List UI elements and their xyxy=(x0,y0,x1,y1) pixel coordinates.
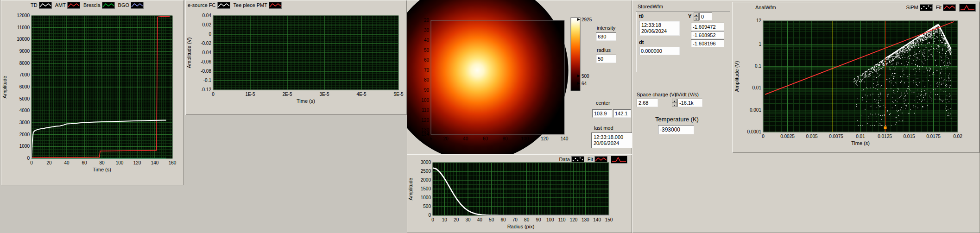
legend-label: SiPM xyxy=(906,5,918,10)
legend-item-bgo[interactable]: BGO xyxy=(118,2,144,9)
analwfm-chart[interactable]: 0.00010.0010.010.111200.00250.0050.00750… xyxy=(732,2,980,153)
scatter-sample-icon xyxy=(920,4,933,11)
line-sample-icon xyxy=(943,4,956,11)
graph-palette-icon[interactable] xyxy=(959,4,976,12)
svg-text:-0.04: -0.04 xyxy=(201,50,211,55)
svg-text:40: 40 xyxy=(463,136,468,141)
legend-item-sipm[interactable]: SiPM xyxy=(906,4,932,11)
line-sample-icon xyxy=(67,2,80,9)
svg-text:5E-5: 5E-5 xyxy=(393,92,404,97)
space-charge-label: Space charge (V) xyxy=(637,92,677,97)
center-y-input[interactable]: 142.1 xyxy=(613,109,631,118)
svg-text:5: 5 xyxy=(430,136,432,141)
spinner-up-icon[interactable]: ▲ xyxy=(672,99,677,103)
svg-text:20: 20 xyxy=(46,160,52,165)
analwfm-legend: SiPMFit xyxy=(906,4,976,11)
svg-text:0: 0 xyxy=(30,160,33,165)
legend-item-fit[interactable]: Fit xyxy=(936,4,956,11)
center-x-input[interactable]: 103.9 xyxy=(592,109,612,118)
x-axis-label: Time (s) xyxy=(297,98,315,104)
svg-text:3E-5: 3E-5 xyxy=(319,92,329,97)
legend-label: e-source FC xyxy=(188,2,216,8)
dvdt-input[interactable]: -16.1k xyxy=(677,99,702,107)
color-scale[interactable] xyxy=(571,18,580,91)
temperature-input[interactable]: -393000 xyxy=(658,125,694,134)
svg-text:40: 40 xyxy=(64,160,70,165)
intensity-graph[interactable]: 2030405060708090100110120130134520406080… xyxy=(407,0,632,154)
legend-label: Brescia xyxy=(83,2,101,8)
radius-input[interactable]: 50 xyxy=(596,55,616,63)
svg-text:140: 140 xyxy=(593,217,601,222)
y-axis-label: Amplitude xyxy=(2,76,7,99)
pmt-chart-panel: e-source FCTee piece PMT -0.12-0.1-0.08-… xyxy=(185,0,407,115)
y-axis-label: Amplitude xyxy=(408,178,413,201)
svg-text:0: 0 xyxy=(428,213,431,218)
svg-text:134: 134 xyxy=(421,132,429,137)
space-charge-input[interactable]: 2.68 xyxy=(637,99,658,107)
legend-item-td[interactable]: TD xyxy=(31,2,52,9)
svg-text:2E-5: 2E-5 xyxy=(282,92,292,97)
svg-text:0.01: 0.01 xyxy=(856,134,865,139)
strip-chart[interactable]: 0100020003000400050006000700080009000100… xyxy=(1,9,183,184)
svg-text:-0.02: -0.02 xyxy=(201,41,211,46)
analwfm-graph-panel: 0.00010.0010.010.111200.00250.0050.00750… xyxy=(732,2,980,153)
cursor-marker[interactable] xyxy=(884,126,887,129)
svg-text:7000: 7000 xyxy=(19,72,30,77)
y-index-spinner[interactable]: ▲ ▼ xyxy=(694,13,699,21)
radius-label: radius xyxy=(597,47,611,53)
svg-text:30: 30 xyxy=(465,217,471,222)
spinner-down-icon[interactable]: ▼ xyxy=(672,103,677,107)
labview-front-panel: TDAMTBresciaBGO 010002000300040005000600… xyxy=(0,0,980,233)
pmt-chart[interactable]: -0.12-0.1-0.08-0.06-0.04-0.0200.020.0401… xyxy=(185,9,407,114)
svg-text:0: 0 xyxy=(762,134,765,139)
svg-text:80: 80 xyxy=(524,217,530,222)
svg-text:-0.1: -0.1 xyxy=(203,78,212,83)
y-axis-label: Amplitude (V) xyxy=(186,38,192,69)
svg-text:2500: 2500 xyxy=(421,169,431,174)
svg-text:1500: 1500 xyxy=(421,186,431,191)
svg-text:60: 60 xyxy=(82,160,87,165)
radial-profile-chart[interactable]: 0500100015002000250030000102030405060708… xyxy=(407,154,632,233)
x-axis-label: Time (s) xyxy=(93,167,111,172)
center-label: center xyxy=(596,100,610,106)
y-value-2: -1.608196 xyxy=(691,39,724,47)
legend-item-brescia[interactable]: Brescia xyxy=(83,2,115,9)
svg-text:12000: 12000 xyxy=(17,13,30,18)
svg-text:3000: 3000 xyxy=(19,120,30,125)
svg-text:120: 120 xyxy=(541,136,549,141)
svg-text:10000: 10000 xyxy=(17,37,30,42)
intensity-input[interactable]: 630 xyxy=(596,32,616,41)
y-value-1: -1.608952 xyxy=(691,31,724,39)
svg-text:9000: 9000 xyxy=(19,49,30,54)
svg-text:8000: 8000 xyxy=(19,61,30,66)
svg-text:60: 60 xyxy=(500,217,506,222)
svg-text:2925: 2925 xyxy=(582,17,592,22)
svg-text:-0.08: -0.08 xyxy=(201,69,211,74)
svg-text:0: 0 xyxy=(27,156,30,161)
svg-text:80: 80 xyxy=(424,77,430,82)
last-mod-label: last mod xyxy=(594,125,613,131)
svg-text:60: 60 xyxy=(483,136,488,141)
svg-text:90: 90 xyxy=(424,88,430,93)
svg-text:60: 60 xyxy=(424,57,430,63)
line-sample-icon xyxy=(217,2,230,9)
spinner-down-icon[interactable]: ▼ xyxy=(694,17,699,21)
spinner-up-icon[interactable]: ▲ xyxy=(694,13,699,17)
t0-label: t0 xyxy=(639,13,644,19)
svg-text:10: 10 xyxy=(442,217,448,222)
t0-indicator: 12:33:18 20/06/2024 xyxy=(639,21,680,36)
line-sample-icon xyxy=(102,2,115,9)
line-sample-icon xyxy=(131,2,144,9)
line-sample-icon xyxy=(39,2,52,9)
last-mod-time: 12:33:18.000 xyxy=(594,134,623,140)
legend-item-amt[interactable]: AMT xyxy=(55,2,80,9)
temperature-label: Temperature (K) xyxy=(655,116,699,123)
svg-text:0: 0 xyxy=(212,92,215,97)
dt-label: dt xyxy=(639,39,644,45)
svg-text:0.1: 0.1 xyxy=(755,63,761,69)
y-index-input[interactable]: 0 xyxy=(699,13,712,20)
legend-item-tee-piece-pmt[interactable]: Tee piece PMT xyxy=(234,2,282,9)
legend-item-e-source-fc[interactable]: e-source FC xyxy=(188,2,230,9)
dvdt-spinner[interactable]: ▲ ▼ xyxy=(672,99,677,107)
svg-text:150: 150 xyxy=(605,217,613,222)
